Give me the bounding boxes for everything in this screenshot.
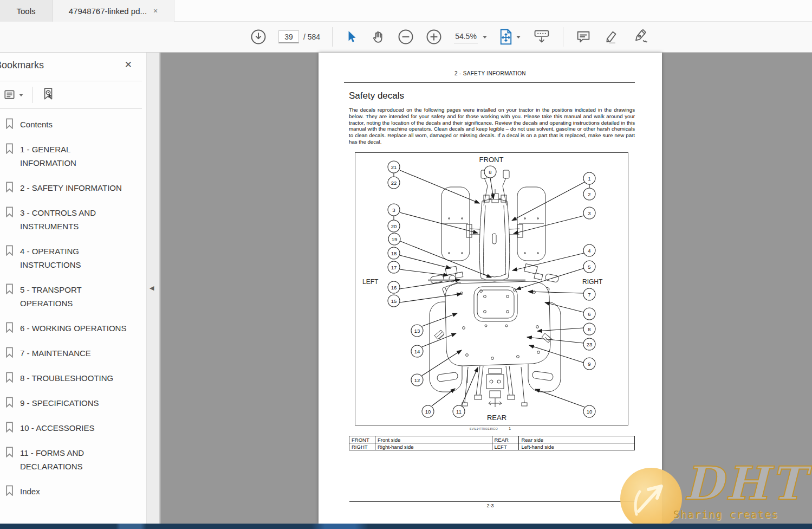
bookmarks-panel: Bookmarks ✕ — [0, 53, 146, 524]
figure-label-rear: REAR — [487, 414, 506, 422]
bookmark-label: 5 - TRANSPORT OPERATIONS — [20, 283, 82, 310]
fit-page-icon — [499, 29, 513, 45]
svg-text:3: 3 — [588, 210, 590, 216]
zoom-in-button[interactable] — [426, 29, 442, 45]
chevron-down-icon — [483, 36, 487, 38]
svg-text:8: 8 — [588, 326, 590, 332]
bookmark-item-safety-information[interactable]: 2 - SAFETY INFORMATION — [5, 181, 144, 195]
zoom-level-dropdown[interactable]: 54.5% — [454, 30, 487, 43]
svg-text:12: 12 — [414, 377, 420, 383]
page-fit-button[interactable] — [499, 29, 521, 45]
bookmark-item-maintenance[interactable]: 7 - MAINTENANCE — [5, 346, 144, 360]
bookmark-label: Contents — [20, 118, 53, 131]
cursor-arrow-icon — [345, 30, 359, 44]
bookmark-icon — [5, 372, 14, 383]
bookmark-item-working-operations[interactable]: 6 - WORKING OPERATIONS — [5, 321, 144, 335]
bookmark-icon — [5, 245, 14, 256]
tab-document-label: 47948767-linked pd... — [69, 7, 147, 16]
locate-current-bookmark-button[interactable] — [41, 87, 55, 102]
svg-text:20: 20 — [391, 223, 397, 229]
svg-text:21: 21 — [391, 164, 397, 170]
bookmark-label: 8 - TROUBLESHOOTING — [20, 371, 113, 385]
bookmark-icon — [5, 397, 14, 408]
bookmark-icon — [5, 322, 14, 333]
toolbar-divider — [563, 27, 563, 47]
tab-tools-label: Tools — [16, 7, 35, 16]
page-number-input[interactable] — [278, 30, 299, 43]
bottom-taskbar-strip — [0, 524, 812, 529]
svg-text:4: 4 — [588, 248, 590, 254]
svg-text:10: 10 — [587, 409, 593, 415]
page-chapter-header: 2 - SAFETY INFORMATION — [319, 70, 662, 76]
figure-label-right: RIGHT — [582, 278, 603, 286]
tab-close-icon[interactable]: × — [153, 7, 158, 15]
comment-tool-button[interactable] — [575, 29, 592, 45]
select-tool-button[interactable] — [345, 30, 359, 44]
bookmark-item-controls-and-instruments[interactable]: 3 - CONTROLS AND INSTRUMENTS — [5, 206, 144, 233]
bookmark-item-troubleshooting[interactable]: 8 - TROUBLESHOOTING — [5, 371, 144, 385]
svg-text:14: 14 — [414, 349, 420, 354]
svg-text:11: 11 — [456, 409, 462, 415]
pdf-viewer-window: Tools 47948767-linked pd... × / 584 — [0, 0, 812, 529]
zoom-in-icon — [426, 29, 442, 45]
bookmark-label: 10 - ACCESSORIES — [20, 421, 95, 435]
bookmark-icon — [5, 485, 14, 496]
bookmark-item-general-information[interactable]: 1 - GENERAL INFORMATION — [5, 143, 144, 170]
bookmark-item-index[interactable]: Index — [5, 485, 144, 498]
bookmark-item-transport-operations[interactable]: 5 - TRANSPORT OPERATIONS — [5, 283, 144, 310]
table-cell: FRONT — [349, 436, 375, 443]
bookmark-item-forms-and-declarations[interactable]: 11 - FORMS AND DECLARATIONS — [5, 446, 144, 473]
svg-text:22: 22 — [391, 180, 397, 186]
svg-text:17: 17 — [391, 264, 397, 270]
bookmark-label: 3 - CONTROLS AND INSTRUMENTS — [20, 206, 96, 233]
options-list-icon — [3, 88, 16, 101]
safety-decal-figure: FRONT LEFT RIGHT REAR — [355, 152, 628, 425]
bookmark-icon — [5, 118, 14, 129]
footer-rule — [349, 501, 635, 502]
bookmark-label: 7 - MAINTENANCE — [20, 346, 91, 360]
table-cell: LEFT — [492, 443, 519, 450]
panel-collapse-strip[interactable]: ◀ — [146, 53, 160, 524]
document-area[interactable]: 2 - SAFETY INFORMATION Safety decals The… — [160, 53, 812, 524]
zoom-out-icon — [398, 29, 414, 45]
table-cell: Right-hand side — [375, 443, 492, 450]
figure-caption: SVIL14TR00139GO 1 — [319, 426, 662, 431]
table-row: FRONT Front side REAR Rear side — [349, 436, 635, 443]
tractor-top-view-diagram: FRONT LEFT RIGHT REAR — [355, 152, 628, 425]
bookmark-icon — [5, 422, 14, 433]
page-number-footer: 2-3 — [319, 503, 662, 508]
bookmark-options-button[interactable] — [3, 88, 23, 101]
bookmark-item-specifications[interactable]: 9 - SPECIFICATIONS — [5, 396, 144, 410]
tab-document[interactable]: 47948767-linked pd... × — [53, 0, 174, 22]
svg-text:6: 6 — [588, 311, 590, 317]
svg-text:2: 2 — [588, 191, 590, 197]
svg-text:19: 19 — [392, 236, 398, 242]
figure-label-left: LEFT — [362, 278, 379, 286]
bookmark-icon — [5, 283, 14, 294]
zoom-out-button[interactable] — [398, 29, 414, 45]
signature-pen-icon — [632, 29, 649, 45]
collapse-toolbar-icon — [532, 29, 551, 45]
bookmark-icon — [5, 347, 14, 358]
download-button[interactable] — [250, 29, 267, 45]
tab-tools[interactable]: Tools — [0, 0, 53, 22]
highlight-tool-button[interactable] — [603, 29, 620, 45]
divider — [32, 87, 33, 103]
bookmark-item-contents[interactable]: Contents — [5, 118, 144, 131]
table-cell: Front side — [375, 436, 492, 443]
svg-text:10: 10 — [425, 409, 431, 415]
bookmark-item-operating-instructions[interactable]: 4 - OPERATING INSTRUCTIONS — [5, 244, 144, 272]
bookmarks-header: Bookmarks ✕ — [0, 53, 146, 81]
page-total-label: / 584 — [303, 33, 320, 41]
tab-bar: Tools 47948767-linked pd... × — [0, 0, 812, 22]
close-panel-icon[interactable]: ✕ — [125, 59, 132, 70]
bookmark-label: 11 - FORMS AND DECLARATIONS — [20, 446, 84, 473]
bookmark-item-accessories[interactable]: 10 - ACCESSORIES — [5, 421, 144, 435]
sign-tool-button[interactable] — [632, 29, 649, 45]
section-title: Safety decals — [349, 91, 404, 101]
hand-tool-button[interactable] — [371, 29, 386, 44]
hide-toolbar-button[interactable] — [532, 29, 551, 45]
svg-text:13: 13 — [414, 328, 420, 334]
bookmark-label: 2 - SAFETY INFORMATION — [20, 181, 122, 195]
table-cell: Left-hand side — [519, 443, 635, 450]
